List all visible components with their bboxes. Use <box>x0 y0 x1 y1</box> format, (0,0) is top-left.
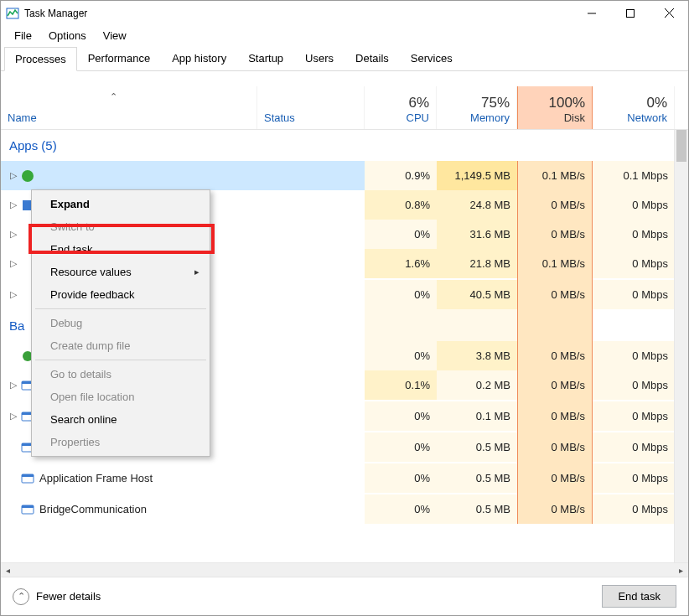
ctx-go-to-details: Go to details <box>34 363 208 386</box>
tab-services[interactable]: Services <box>400 46 464 70</box>
minimize-button[interactable] <box>572 1 611 26</box>
app-icon <box>6 7 19 20</box>
col-status[interactable]: Status <box>257 86 365 129</box>
tab-strip: Processes Performance App history Startu… <box>1 46 688 71</box>
menubar: File Options View <box>1 26 688 44</box>
cell-net: 0 Mbps <box>593 190 675 220</box>
cell-disk: 0 MB/s <box>517 280 593 309</box>
app-icon <box>21 169 34 183</box>
cell-cpu: 0% <box>365 280 437 309</box>
tab-details[interactable]: Details <box>344 46 400 70</box>
process-name: BridgeCommunication <box>39 503 147 515</box>
cell-disk: 0.1 MB/s <box>517 249 593 278</box>
process-icon <box>21 503 34 516</box>
maximize-button[interactable] <box>611 1 650 26</box>
ctx-resource-values[interactable]: Resource values ▸ <box>34 261 208 283</box>
cell-net: 0 Mbps <box>593 280 675 309</box>
window-title: Task Manager <box>24 8 87 19</box>
expand-caret-icon[interactable]: ▷ <box>8 229 19 240</box>
expand-caret-icon[interactable]: ▷ <box>8 380 19 391</box>
chevron-up-icon: ⌃ <box>13 588 29 605</box>
cell-mem: 24.8 MB <box>437 190 517 220</box>
svg-rect-2 <box>627 9 635 17</box>
vertical-scrollbar[interactable] <box>674 130 688 562</box>
horizontal-scrollbar[interactable]: ◂ ▸ <box>1 562 688 577</box>
sort-caret-icon: ⌃ <box>110 91 117 102</box>
cell-net: 0.1 Mbps <box>593 161 675 190</box>
process-row[interactable]: ▷ BridgeCommunication 0% 0.5 MB 0 MB/s 0… <box>1 494 688 524</box>
column-headers: ⌃ Name Status 6% CPU 75% Memory 100% Dis… <box>1 86 688 130</box>
context-menu: Expand Switch to End task Resource value… <box>31 189 210 457</box>
cell-cpu: 0.9% <box>365 161 437 190</box>
col-network[interactable]: 0% Network <box>593 86 675 129</box>
tab-processes[interactable]: Processes <box>4 47 77 71</box>
cell-disk: 0 MB/s <box>517 190 593 220</box>
ctx-search-online[interactable]: Search online <box>34 408 208 431</box>
scroll-left-icon[interactable]: ◂ <box>1 563 15 577</box>
cell-mem: 21.8 MB <box>437 249 517 278</box>
end-task-button[interactable]: End task <box>602 585 676 608</box>
expand-caret-icon[interactable]: ▷ <box>8 289 19 300</box>
cell-disk: 0 MB/s <box>517 220 593 249</box>
col-memory[interactable]: 75% Memory <box>437 86 517 129</box>
ctx-create-dump: Create dump file <box>34 334 208 357</box>
cell-mem: 40.5 MB <box>437 280 517 309</box>
process-row[interactable]: ▷ Application Frame Host 0% 0.5 MB 0 MB/… <box>1 463 688 493</box>
cell-cpu: 1.6% <box>365 249 437 278</box>
tab-users[interactable]: Users <box>294 46 344 70</box>
cell-net: 0 Mbps <box>593 220 675 249</box>
chevron-right-icon: ▸ <box>194 267 199 277</box>
cell-net: 0 Mbps <box>593 249 675 278</box>
titlebar: Task Manager <box>1 1 688 26</box>
cell-disk: 0.1 MB/s <box>517 161 593 190</box>
col-cpu[interactable]: 6% CPU <box>365 86 437 129</box>
col-name[interactable]: Name <box>1 86 257 129</box>
ctx-end-task[interactable]: End task <box>34 238 208 261</box>
tab-app-history[interactable]: App history <box>161 46 237 70</box>
footer: ⌃ Fewer details End task <box>1 577 688 615</box>
ctx-open-file-location: Open file location <box>34 386 208 408</box>
ctx-debug: Debug <box>34 312 208 334</box>
expand-caret-icon[interactable]: ▷ <box>8 411 19 422</box>
expand-caret-icon[interactable]: ▷ <box>8 199 19 210</box>
expand-caret-icon[interactable]: ▷ <box>8 258 19 269</box>
cell-mem: 1,149.5 MB <box>437 161 517 190</box>
svg-rect-15 <box>22 474 34 477</box>
process-name: Application Frame Host <box>39 472 153 484</box>
ctx-properties: Properties <box>34 431 208 453</box>
task-manager-window: Task Manager File Options View Processes… <box>0 0 689 616</box>
ctx-expand[interactable]: Expand <box>34 193 208 215</box>
cell-cpu: 0.8% <box>365 190 437 220</box>
group-apps: Apps (5) <box>1 130 688 161</box>
tab-startup[interactable]: Startup <box>237 46 294 70</box>
fewer-details-button[interactable]: ⌃ Fewer details <box>13 588 101 605</box>
cell-mem: 31.6 MB <box>437 220 517 249</box>
col-disk[interactable]: 100% Disk <box>517 86 593 129</box>
svg-rect-17 <box>22 505 34 508</box>
process-icon <box>21 472 34 485</box>
system-buttons <box>572 1 688 26</box>
scroll-right-icon[interactable]: ▸ <box>674 563 688 577</box>
close-button[interactable] <box>650 1 688 26</box>
menu-file[interactable]: File <box>6 28 40 44</box>
expand-caret-icon[interactable]: ▷ <box>8 170 19 181</box>
ctx-switch-to: Switch to <box>34 215 208 238</box>
cell-cpu: 0% <box>365 220 437 249</box>
menu-options[interactable]: Options <box>40 28 95 44</box>
menu-view[interactable]: View <box>95 28 135 44</box>
ctx-provide-feedback[interactable]: Provide feedback <box>34 283 208 306</box>
svg-point-5 <box>22 170 34 182</box>
process-row[interactable]: ▷ 0.9% 1,149.5 MB 0.1 MB/s 0.1 Mbps <box>1 161 688 190</box>
tab-performance[interactable]: Performance <box>77 46 161 70</box>
